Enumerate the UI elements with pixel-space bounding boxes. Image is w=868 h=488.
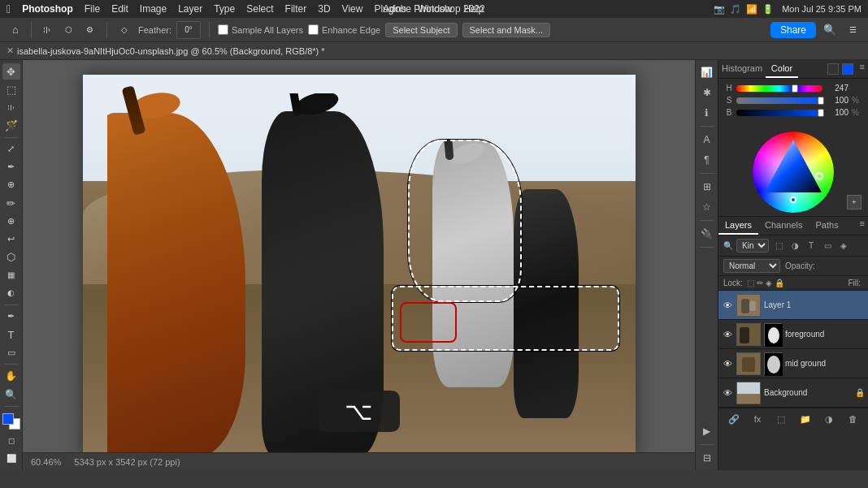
tab-filename[interactable]: isabella-juskova-9aNItHjuOc0-unsplash.jp… (17, 46, 325, 56)
type-layer-filter-icon[interactable]: T (805, 240, 818, 253)
create-adjustment-icon[interactable]: ◑ (822, 412, 836, 426)
create-group-icon[interactable]: 📁 (798, 412, 813, 426)
tool-zoom[interactable]: 🔍 (2, 386, 20, 402)
delete-layer-icon[interactable]: 🗑 (845, 412, 860, 426)
lock-pixels-icon[interactable]: ⬚ (747, 279, 754, 287)
quick-mask-icon[interactable]: ◻ (2, 433, 20, 449)
tab-layers[interactable]: Layers (718, 217, 758, 235)
sample-all-checkbox-group[interactable]: Sample All Layers (218, 24, 303, 35)
tool-history-brush[interactable]: ↩ (2, 231, 20, 247)
layers-kind-select[interactable]: Kind Name Effect (736, 239, 769, 253)
add-mask-icon[interactable]: ⬚ (774, 412, 788, 426)
smart-filter-icon[interactable]: ◈ (837, 240, 850, 253)
adjustment-layer-filter-icon[interactable]: ◑ (788, 240, 801, 253)
magnetic-lasso-icon[interactable]: ⚙ (80, 21, 98, 39)
menu-select[interactable]: Select (246, 3, 273, 15)
color-swatches[interactable] (2, 413, 20, 430)
screen-mode-icon[interactable]: ⬜ (2, 451, 20, 467)
tool-gradient[interactable]: ▦ (2, 267, 20, 283)
canvas-wrapper: ⌥ (83, 75, 636, 456)
menu-layer[interactable]: Layer (178, 3, 202, 15)
polygon-lasso-icon[interactable]: ⬡ (59, 21, 77, 39)
lasso-icon[interactable]: ꐈ (38, 21, 56, 39)
menu-3d[interactable]: 3D (318, 3, 330, 15)
histogram-panel-icon[interactable]: 📊 (698, 63, 716, 81)
type-panel-icon[interactable]: A (698, 131, 716, 149)
brightness-slider[interactable] (736, 110, 822, 116)
color-swatch-bg[interactable] (827, 63, 839, 75)
tool-brush[interactable]: ✏ (2, 195, 20, 211)
tool-text[interactable]: T (2, 326, 20, 343)
layer-item-layer1[interactable]: 👁 Layer 1 (718, 291, 868, 320)
menu-image[interactable]: Image (140, 3, 167, 15)
new-color-button[interactable]: + (847, 195, 861, 209)
menu-view[interactable]: View (342, 3, 363, 15)
workspace-icon[interactable]: ☰ (844, 21, 861, 39)
angle-field[interactable]: 0° (176, 21, 201, 39)
mask-svg-fg (765, 324, 783, 347)
pixel-layer-filter-icon[interactable]: ⬚ (772, 240, 785, 253)
tool-heal[interactable]: ⊕ (2, 177, 20, 193)
plugins-icon[interactable]: 🔌 (698, 225, 716, 243)
tab-channels[interactable]: Channels (758, 217, 809, 235)
shape-layer-filter-icon[interactable]: ▭ (821, 240, 834, 253)
lock-position-icon[interactable]: ✏ (757, 279, 763, 287)
enhance-edge-checkbox[interactable] (308, 24, 319, 35)
sample-all-checkbox[interactable] (218, 24, 228, 35)
panel-menu-icon[interactable]: ≡ (857, 60, 868, 78)
close-tab-icon[interactable]: ✕ (7, 45, 14, 56)
add-effect-icon[interactable]: fx (750, 412, 765, 426)
layer-visibility-foreground[interactable]: 👁 (722, 329, 733, 340)
canvas-image[interactable]: ⌥ (83, 75, 636, 456)
tool-crop[interactable]: ⤢ (2, 141, 20, 158)
layers-panel-menu-icon[interactable]: ≡ (857, 217, 868, 235)
layer-visibility-background[interactable]: 👁 (722, 387, 733, 399)
play-icon[interactable]: ▶ (698, 422, 716, 440)
tool-pen[interactable]: ✒ (2, 309, 20, 325)
color-swatch-fg[interactable] (842, 63, 853, 75)
tool-eraser[interactable]: ⬡ (2, 248, 20, 265)
layer-visibility-midground[interactable]: 👁 (722, 358, 733, 369)
select-mask-button[interactable]: Select and Mask... (462, 23, 551, 37)
tool-selection[interactable]: ⬚ (2, 81, 20, 97)
foreground-color-swatch[interactable] (2, 413, 14, 425)
hue-slider[interactable] (736, 85, 822, 92)
tool-shape[interactable]: ▭ (2, 344, 20, 361)
select-subject-button[interactable]: Select Subject (385, 23, 457, 37)
share-button[interactable]: Share (770, 22, 816, 38)
horse-left-area (107, 75, 254, 456)
search-icon[interactable]: 🔍 (821, 21, 839, 39)
saturation-slider[interactable] (736, 97, 822, 104)
tool-magic-wand[interactable]: 🪄 (2, 117, 20, 133)
layer-visibility-layer1[interactable]: 👁 (722, 300, 733, 311)
menu-type[interactable]: Type (214, 3, 235, 15)
tab-histogram[interactable]: Histogram (718, 60, 766, 78)
tool-move[interactable]: ✥ (2, 63, 20, 80)
layer-item-midground[interactable]: 👁 mid ground (718, 349, 868, 378)
lock-all-icon[interactable]: 🔒 (775, 279, 784, 287)
home-icon[interactable]: ⌂ (7, 21, 24, 39)
lock-artboard-icon[interactable]: ◈ (766, 279, 772, 287)
layer-item-background[interactable]: 👁 Background 🔒 (718, 378, 868, 408)
menu-edit[interactable]: Edit (111, 3, 128, 15)
tool-eyedropper[interactable]: ✒ (2, 159, 20, 175)
layer-item-foreground[interactable]: 👁 foreground (718, 320, 868, 349)
discover-icon[interactable]: ☆ (698, 198, 716, 216)
tab-paths[interactable]: Paths (809, 217, 845, 235)
tab-color[interactable]: Color (766, 60, 798, 78)
blend-mode-select[interactable]: NormalNormalDissolveMultiplyScreenOverla… (723, 259, 780, 273)
tool-clone[interactable]: ⊕ (2, 213, 20, 229)
actions-icon[interactable]: ⊟ (698, 449, 716, 467)
learn-icon[interactable]: ⊞ (698, 178, 716, 196)
feather-icon[interactable]: ◇ (115, 21, 133, 39)
tool-dodge[interactable]: ◐ (2, 285, 20, 301)
menu-file[interactable]: File (85, 3, 100, 15)
tool-hand[interactable]: ✋ (2, 368, 20, 384)
tool-lasso[interactable]: ꐈ (2, 99, 20, 115)
enhance-edge-checkbox-group[interactable]: Enhance Edge (308, 24, 380, 35)
add-link-icon[interactable]: 🔗 (727, 412, 741, 426)
info-icon[interactable]: ℹ (698, 104, 716, 122)
paragraph-icon[interactable]: ¶ (698, 151, 716, 169)
adjustments-icon[interactable]: ✱ (698, 84, 716, 101)
menu-filter[interactable]: Filter (285, 3, 307, 15)
